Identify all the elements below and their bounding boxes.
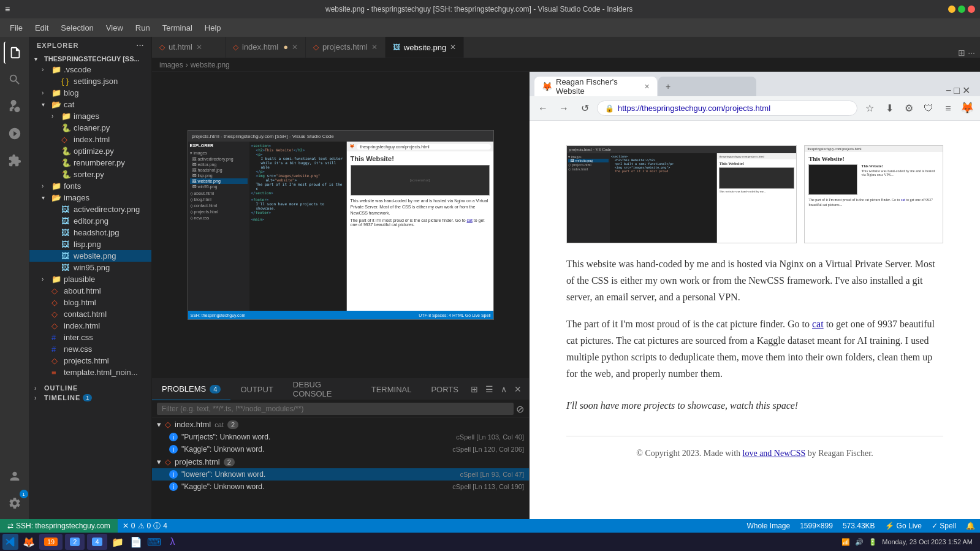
timeline-header[interactable]: › TIMELINE 1	[29, 393, 151, 403]
tree-item-lisp[interactable]: 🖼 lisp.png	[29, 238, 151, 250]
taskbar-icon-firefox[interactable]: 🦊	[21, 534, 37, 550]
tree-item-blog-html[interactable]: ◇ blog.html	[29, 297, 151, 308]
maximize-button[interactable]	[958, 6, 965, 13]
menu-file[interactable]: File	[5, 21, 28, 35]
problem-item-active[interactable]: i "lowerer": Unknown word. cSpell [Ln 93…	[152, 468, 529, 481]
tree-item-vscode[interactable]: › 📁 .vscode	[29, 64, 151, 75]
taskbar-icon-emacs[interactable]: λ	[165, 534, 181, 550]
tree-item-sorter[interactable]: 🐍 sorter.py	[29, 169, 151, 180]
menu-view[interactable]: View	[101, 21, 128, 35]
breadcrumb-images[interactable]: images	[159, 61, 183, 69]
browser-restore-btn[interactable]: □	[954, 85, 960, 96]
browser-minimize-btn[interactable]: −	[946, 85, 951, 96]
menu-selection[interactable]: Selection	[56, 21, 98, 35]
problem-item[interactable]: i "Kaggle": Unknown word. cSpell [Ln 113…	[152, 481, 529, 493]
problem-group-header[interactable]: ▾ ◇ projects.html 2	[152, 455, 529, 468]
tree-item-new-css[interactable]: # new.css	[29, 343, 151, 355]
sidebar-more-icon[interactable]: ···	[137, 42, 144, 49]
taskbar-icon-folder[interactable]: 📁	[110, 534, 126, 550]
bell-status[interactable]: 🔔	[961, 519, 980, 533]
tree-item-fonts[interactable]: › 📁 fonts	[29, 180, 151, 192]
tree-item-projects[interactable]: ◇ projects.html	[29, 355, 151, 367]
more-actions-button[interactable]: ···	[968, 48, 975, 58]
tree-item-win95[interactable]: 🖼 win95.png	[29, 262, 151, 273]
close-panel-button[interactable]: ✕	[512, 382, 524, 397]
tree-item-index-cat[interactable]: ◇ index.html	[29, 134, 151, 145]
clear-panel-button[interactable]: ☰	[483, 382, 496, 397]
account-icon[interactable]	[4, 465, 26, 487]
tree-item-inter-css[interactable]: # inter.css	[29, 332, 151, 343]
tree-item-plausible[interactable]: › 📁 plausible	[29, 273, 151, 285]
breadcrumb-file[interactable]: website.png	[191, 61, 230, 69]
tree-root[interactable]: ▾ THESPRINGSTECHGUY [SS...	[29, 54, 151, 64]
bookmark-button[interactable]: ☆	[861, 100, 878, 117]
tab-close-icon[interactable]: ✕	[644, 83, 650, 91]
tree-item-optimize[interactable]: 🐍 optimize.py	[29, 145, 151, 157]
tree-item-editor[interactable]: 🖼 editor.png	[29, 215, 151, 227]
taskbar-icon-vscode2[interactable]: ⌨	[146, 534, 162, 550]
panel-tab-problems[interactable]: PROBLEMS 4	[152, 379, 230, 400]
extensions-browser-button[interactable]: ⚙	[900, 100, 917, 117]
menu-browser-button[interactable]: ≡	[940, 100, 957, 117]
explorer-icon[interactable]	[4, 42, 26, 64]
new-terminal-button[interactable]: ⊞	[468, 382, 481, 397]
footer-love-link[interactable]: love and NewCSS	[743, 449, 806, 458]
tab-website-png[interactable]: 🖼 website.png ✕	[386, 37, 464, 58]
tab-projects[interactable]: ◇ projects.html ✕	[306, 37, 386, 58]
spell-status[interactable]: ✓ Spell	[927, 519, 961, 533]
download-button[interactable]: ⬇	[881, 100, 898, 117]
menu-icon[interactable]: ≡	[5, 4, 10, 14]
search-icon[interactable]	[4, 69, 26, 91]
tab-close-icon[interactable]: ✕	[371, 43, 378, 51]
problem-group-header[interactable]: ▾ ◇ index.html cat 2	[152, 418, 529, 431]
tree-item-activedirectory[interactable]: 🖼 activedirectory.png	[29, 203, 151, 215]
go-live-status[interactable]: ⚡ Go Live	[880, 519, 927, 533]
tree-item-about[interactable]: ◇ about.html	[29, 285, 151, 297]
outline-header[interactable]: › OUTLINE	[29, 383, 151, 393]
run-debug-icon[interactable]	[4, 123, 26, 145]
menu-help[interactable]: Help	[200, 21, 226, 35]
split-editor-button[interactable]: ⊞	[958, 48, 965, 58]
reload-button[interactable]: ↺	[576, 100, 593, 117]
tree-item-settings[interactable]: { } settings.json	[29, 75, 151, 87]
tab-close-icon[interactable]: ✕	[196, 43, 202, 51]
panel-tab-debug[interactable]: DEBUG CONSOLE	[283, 379, 362, 400]
maximize-panel-button[interactable]: ∧	[498, 382, 509, 397]
shield-button[interactable]: 🛡	[920, 100, 937, 117]
taskbar-icon-vscode[interactable]	[2, 534, 18, 550]
close-button[interactable]	[968, 6, 975, 13]
minimize-button[interactable]	[948, 6, 955, 13]
taskbar-app-3[interactable]: 4	[87, 534, 107, 550]
tree-item-website[interactable]: 🖼 website.png	[29, 250, 151, 262]
menu-terminal[interactable]: Terminal	[158, 21, 197, 35]
menu-run[interactable]: Run	[131, 21, 155, 35]
menu-edit[interactable]: Edit	[30, 21, 53, 35]
browser-new-tab-btn[interactable]: +	[658, 77, 756, 96]
tree-item-cleaner[interactable]: 🐍 cleaner.py	[29, 122, 151, 134]
tree-item-template[interactable]: ≡ template.html_noin...	[29, 367, 151, 378]
tree-item-cat-images[interactable]: › 📁 images	[29, 110, 151, 122]
browser-tab-reagan[interactable]: 🦊 Reagan Fischer's Website ✕	[534, 77, 657, 96]
tree-item-blog[interactable]: › 📁 blog	[29, 87, 151, 99]
panel-tab-terminal[interactable]: TERMINAL	[362, 379, 422, 400]
tab-index[interactable]: ◇ index.html ● ✕	[226, 37, 306, 58]
tree-item-headshot[interactable]: 🖼 headshot.jpg	[29, 227, 151, 238]
cat-link[interactable]: cat	[812, 319, 824, 329]
source-control-icon[interactable]	[4, 96, 26, 118]
panel-tab-output[interactable]: OUTPUT	[230, 379, 283, 400]
browser-close-btn[interactable]: ✕	[962, 85, 970, 96]
tree-item-index-root[interactable]: ◇ index.html	[29, 320, 151, 332]
filter-input[interactable]	[157, 403, 514, 415]
problem-item[interactable]: i "Purrjects": Unknown word. cSpell [Ln …	[152, 431, 529, 443]
settings-gear-icon[interactable]: 1	[4, 492, 26, 514]
taskbar-icon-files[interactable]: 📄	[128, 534, 144, 550]
address-bar[interactable]: 🔒 https://thespringstechguy.com/projects…	[597, 101, 857, 116]
tab-close-icon[interactable]: ✕	[450, 43, 456, 51]
tree-item-cat[interactable]: ▾ 📂 cat	[29, 99, 151, 110]
tab-ut[interactable]: ◇ ut.html ✕	[152, 37, 226, 58]
tree-item-renumberer[interactable]: 🐍 renumberer.py	[29, 157, 151, 169]
taskbar-app-2[interactable]: 2	[65, 534, 85, 550]
forward-button[interactable]: →	[555, 100, 572, 117]
tree-item-contact[interactable]: ◇ contact.html	[29, 308, 151, 320]
ssh-status[interactable]: ⇄ SSH: thespringstechguy.com	[0, 519, 118, 533]
